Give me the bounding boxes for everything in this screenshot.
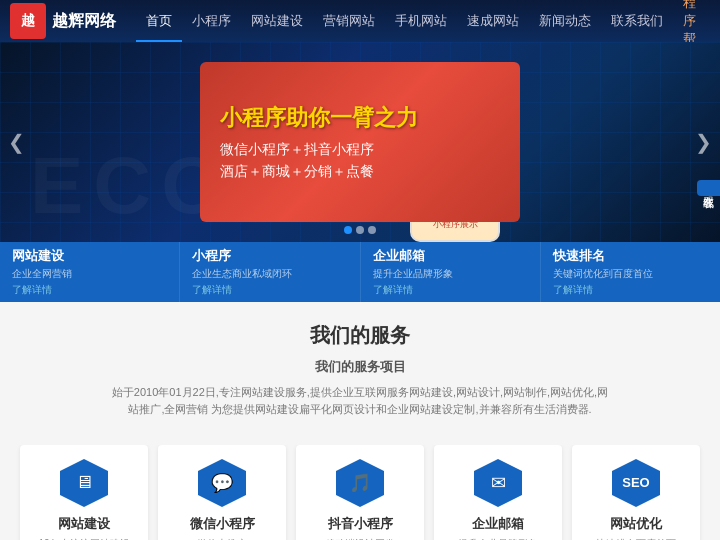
service-email-link[interactable]: 了解详情 [373,283,528,297]
banner-dots [344,226,376,234]
card-email[interactable]: ✉ 企业邮箱 提升企业品牌形象 企业自有域名开通的邮箱 功能多,空间容量更大 一… [434,445,562,540]
logo-icon: 越 [10,3,46,39]
service-miniapp-link[interactable]: 了解详情 [192,283,347,297]
hero-arrow-left[interactable]: ❮ [8,130,25,154]
section-subtitle: 我们的服务项目 [110,357,610,378]
service-miniapp[interactable]: 小程序 企业生态商业私域闭环 了解详情 [180,242,360,302]
header: 越 越辉网络 首页 小程序 网站建设 营销网站 手机网站 速成网站 新闻动态 联… [0,0,720,42]
card-email-title: 企业邮箱 [444,515,552,533]
service-cards-row: 🖥 网站建设 12年专注注网站建设 企业网站建设,营销型网站,响应式网 站定制,… [0,445,720,540]
hero-sub2: 酒店＋商城＋分销＋点餐 [220,163,500,181]
card-seo-title: 网站优化 [582,515,690,533]
hero-title: 小程序助你一臂之力 [220,103,500,133]
card-email-icon: ✉ [474,459,522,507]
service-email[interactable]: 企业邮箱 提升企业品牌形象 了解详情 [361,242,541,302]
card-wechat-title: 微信小程序 [168,515,276,533]
nav-marketing[interactable]: 营销网站 [313,0,385,42]
service-seo-sub: 关键词优化到百度首位 [553,267,708,281]
card-webdev[interactable]: 🖥 网站建设 12年专注注网站建设 企业网站建设,营销型网站,响应式网 站定制,… [20,445,148,540]
our-services-section: 我们的服务 我们的服务项目 始于2010年01月22日,专注网站建设服务,提供企… [0,302,720,445]
card-tiktok-icon: 🎵 [336,459,384,507]
service-seo-link[interactable]: 了解详情 [553,283,708,297]
nav-webdev[interactable]: 网站建设 [241,0,313,42]
card-webdev-icon: 🖥 [60,459,108,507]
card-seo[interactable]: SEO 网站优化 快速排名百度首页 百度搜索优化 360搜索引擎优化 按效果收费… [572,445,700,540]
service-miniapp-title: 小程序 [192,247,347,265]
logo-text: 越辉网络 [52,11,116,32]
dot-3[interactable] [368,226,376,234]
nav-contact[interactable]: 联系我们 [601,0,673,42]
service-webdev-link[interactable]: 了解详情 [12,283,167,297]
hero-arrow-right[interactable]: ❯ [695,130,712,154]
card-tiktok-title: 抖音小程序 [306,515,414,533]
dot-1[interactable] [344,226,352,234]
nav-mobile[interactable]: 手机网站 [385,0,457,42]
service-email-sub: 提升企业品牌形象 [373,267,528,281]
service-seo-title: 快速排名 [553,247,708,265]
service-seo[interactable]: 快速排名 关键词优化到百度首位 了解详情 [541,242,720,302]
nav-home[interactable]: 首页 [136,0,182,42]
hero-banner: ECO 小程序助你一臂之力 微信小程序＋抖音小程序 酒店＋商城＋分销＋点餐 🎁 … [0,42,720,242]
hero-promo-card: 小程序助你一臂之力 微信小程序＋抖音小程序 酒店＋商城＋分销＋点餐 [200,62,520,222]
nav-miniapp[interactable]: 小程序 [182,0,241,42]
online-service-badge[interactable]: 在线客服 [697,180,720,196]
section-desc: 始于2010年01月22日,专注网站建设服务,提供企业互联网服务网站建设,网站设… [110,384,610,419]
card-wechat-icon: 💬 [198,459,246,507]
card-seo-icon: SEO [612,459,660,507]
service-webdev[interactable]: 网站建设 企业全网营销 了解详情 [0,242,180,302]
nav-quick[interactable]: 速成网站 [457,0,529,42]
card-webdev-title: 网站建设 [30,515,138,533]
section-main-title: 我们的服务 [20,322,700,349]
dot-2[interactable] [356,226,364,234]
service-webdev-title: 网站建设 [12,247,167,265]
logo[interactable]: 越 越辉网络 [10,3,116,39]
nav-news[interactable]: 新闻动态 [529,0,601,42]
card-tiktok[interactable]: 🎵 抖音小程序 移动端设计开发 手机网站·微营网 APP设计与开发 微信公众号开… [296,445,424,540]
hero-sub1: 微信小程序＋抖音小程序 [220,141,500,159]
card-wechat[interactable]: 💬 微信小程序 微信上推广 微信商城小程序 微信企业小程序 微信公众号开发 [158,445,286,540]
services-bar: 网站建设 企业全网营销 了解详情 小程序 企业生态商业私域闭环 了解详情 企业邮… [0,242,720,302]
service-webdev-sub: 企业全网营销 [12,267,167,281]
service-email-title: 企业邮箱 [373,247,528,265]
service-miniapp-sub: 企业生态商业私域闭环 [192,267,347,281]
